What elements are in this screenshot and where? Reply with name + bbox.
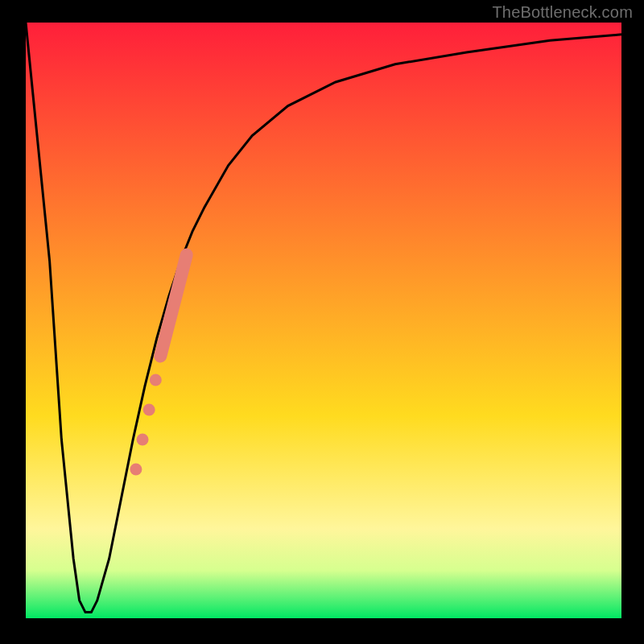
highlight-dot bbox=[130, 464, 142, 476]
highlight-dot bbox=[150, 374, 162, 386]
bottleneck-chart bbox=[0, 0, 644, 644]
highlight-dot bbox=[137, 434, 149, 446]
watermark-text: TheBottleneck.com bbox=[492, 3, 633, 22]
chart-stage: TheBottleneck.com bbox=[0, 0, 644, 644]
highlight-dot bbox=[143, 404, 155, 416]
